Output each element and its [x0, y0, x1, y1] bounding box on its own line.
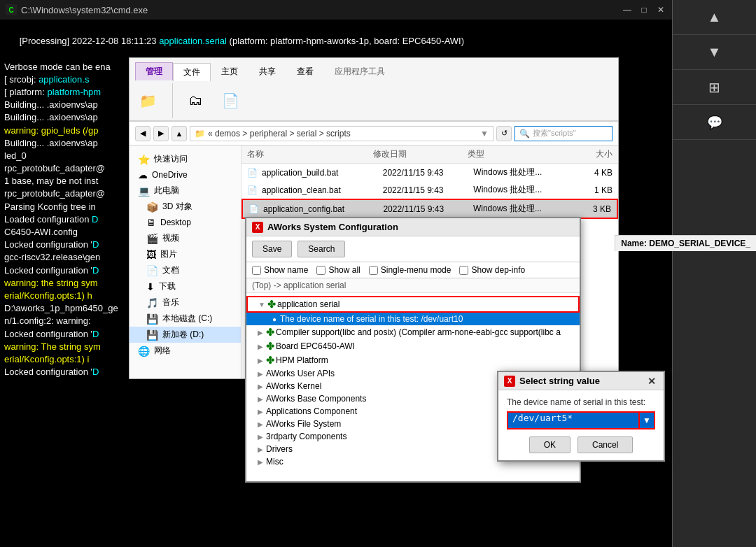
tree-expand-6: ▶ [255, 383, 266, 390]
cloud-icon: ☁ [138, 169, 148, 180]
tab-file[interactable]: 文件 [173, 63, 211, 81]
file-date-2: 2022/11/15 9:43 [383, 185, 474, 195]
cmd-close-btn[interactable]: ✕ [655, 4, 666, 15]
tab-view[interactable]: 查看 [286, 62, 324, 80]
sidebar-onedrive[interactable]: ☁ OneDrive [130, 167, 241, 183]
tree-item-app-serial[interactable]: ▼ ✤ application serial [246, 296, 580, 313]
tree-label-1: The device name of serial in this test: … [280, 314, 463, 324]
toolbar-nav-btn[interactable]: 🗂 [184, 91, 206, 110]
search-button[interactable]: Search [298, 241, 345, 257]
show-name-checkbox[interactable] [252, 266, 261, 275]
window-btn[interactable]: ⊞ [673, 70, 756, 105]
scroll-up-btn[interactable]: ▲ [673, 0, 756, 35]
sidebar-network-label: 网络 [154, 345, 171, 357]
tab-app-tools[interactable]: 应用程序工具 [324, 62, 396, 80]
sidebar-quick-access[interactable]: ⭐ 快速访问 [130, 151, 241, 167]
tree-expand-8: ▶ [255, 408, 266, 415]
sidebar-desktop[interactable]: 🖥 Desktop [130, 215, 241, 230]
sidebar-docs-label: 文档 [162, 264, 179, 276]
tree-label-4: HPM Platform [276, 355, 328, 365]
show-dep-label: Show dep-info [471, 265, 525, 275]
tree-item-device-name[interactable]: ● The device name of serial in this test… [246, 313, 580, 325]
file-name-2: application_clean.bat [262, 185, 383, 195]
sidebar-video[interactable]: 🎬 视频 [130, 230, 241, 246]
toolbar-sep-1 [172, 83, 173, 118]
file-item-config[interactable]: 📄 application_config.bat 2022/11/15 9:43… [241, 199, 618, 219]
ok-button[interactable]: OK [529, 436, 570, 453]
sidebar-c-drive[interactable]: 💾 本地磁盘 (C:) [130, 311, 241, 327]
sidebar-docs[interactable]: 📄 文档 [130, 262, 241, 278]
forward-btn[interactable]: ▶ [153, 126, 169, 141]
bat-icon-1: 📄 [247, 168, 258, 178]
tree-item-board[interactable]: ▶ ✤ Board EPC6450-AWI [246, 339, 580, 353]
sidebar-music-label: 音乐 [162, 297, 179, 308]
save-button[interactable]: Save [252, 241, 292, 257]
select-dialog-input-row: /dev/uart5* ▼ [507, 411, 655, 429]
show-all-checkbox[interactable] [316, 266, 326, 275]
tree-expand-7: ▶ [255, 395, 266, 403]
select-dialog-dropdown-btn[interactable]: ▼ [640, 411, 655, 429]
sidebar-this-pc-label: 此电脑 [154, 185, 179, 197]
show-name-option[interactable]: Show name [252, 265, 308, 275]
new-icon: 📄 [222, 92, 239, 109]
sidebar-pictures[interactable]: 🖼 图片 [130, 246, 241, 262]
file-item-build[interactable]: 📄 application_build.bat 2022/11/15 9:43 … [241, 164, 618, 181]
toolbar-new-btn[interactable]: 📄 [218, 91, 244, 111]
file-type-1: Windows 批处理... [473, 166, 564, 178]
up-btn[interactable]: ▲ [172, 126, 187, 141]
cmd-minimize-btn[interactable]: — [622, 4, 633, 15]
network-icon: 🌐 [138, 346, 150, 357]
tab-manage[interactable]: 管理 [135, 62, 173, 80]
show-dep-option[interactable]: Show dep-info [459, 265, 525, 275]
col-date[interactable]: 修改日期 [373, 148, 468, 160]
show-all-label: Show all [328, 265, 360, 275]
name-panel-text: Name: DEMO_SERIAL_DEVICE_ [621, 239, 750, 248]
search-bar[interactable]: 🔍 搜索"scripts" [514, 126, 612, 141]
sidebar-3d[interactable]: 📦 3D 对象 [130, 199, 241, 215]
address-path[interactable]: 📁 « demos > peripheral > serial > script… [190, 126, 493, 141]
tree-expand-11: ▶ [255, 446, 266, 453]
cancel-button[interactable]: Cancel [578, 436, 633, 453]
aworks-icon: X [252, 222, 263, 233]
chat-btn[interactable]: 💬 [673, 105, 756, 140]
select-dialog-input[interactable]: /dev/uart5* [507, 411, 640, 429]
select-dialog-label: The device name of serial in this test: [507, 397, 655, 407]
cmd-controls[interactable]: — □ ✕ [622, 4, 666, 15]
show-all-option[interactable]: Show all [316, 265, 360, 275]
select-dialog: X Select string value ✕ The device name … [497, 371, 665, 462]
explorer-toolbar: 📁 🗂 📄 [130, 80, 618, 121]
scroll-down-btn[interactable]: ▼ [673, 35, 756, 70]
single-menu-option[interactable]: Single-menu mode [369, 265, 451, 275]
file-type-2: Windows 批处理... [473, 184, 564, 196]
tree-plus-2: ✤ [266, 327, 274, 338]
sidebar-music[interactable]: 🎵 音乐 [130, 294, 241, 311]
sidebar-this-pc[interactable]: 💻 此电脑 [130, 183, 241, 199]
col-size[interactable]: 大小 [562, 148, 612, 160]
cmd-line-0: [Processing] 2022-12-08 18:11:23 applica… [4, 22, 668, 61]
tab-share[interactable]: 共享 [248, 62, 286, 80]
single-menu-checkbox[interactable] [369, 266, 378, 275]
tree-expand-10: ▶ [255, 433, 266, 441]
sidebar-network[interactable]: 🌐 网络 [130, 343, 241, 359]
right-panel: ▲ ▼ ⊞ 💬 [672, 0, 756, 547]
refresh-btn[interactable]: ↺ [496, 126, 512, 141]
file-name-1: application_build.bat [262, 168, 383, 178]
select-dialog-close-btn[interactable]: ✕ [645, 375, 658, 388]
col-type[interactable]: 类型 [468, 148, 562, 160]
docs-icon: 📄 [146, 265, 158, 276]
tree-item-compiler[interactable]: ▶ ✤ Compiler support(libc and posix) (Co… [246, 325, 580, 339]
cmd-maximize-btn[interactable]: □ [638, 4, 650, 15]
tab-home[interactable]: 主页 [211, 62, 248, 80]
sidebar-d-drive[interactable]: 💾 新加卷 (D:) [130, 327, 241, 343]
cube-icon: 📦 [146, 201, 158, 213]
col-name[interactable]: 名称 [247, 148, 373, 160]
back-btn[interactable]: ◀ [135, 126, 150, 141]
star-icon: ⭐ [138, 154, 150, 165]
show-dep-checkbox[interactable] [459, 266, 468, 275]
toolbar-folder-icon-btn[interactable]: 📁 [135, 91, 161, 111]
sidebar-downloads[interactable]: ⬇ 下载 [130, 278, 241, 294]
tree-item-hpm[interactable]: ▶ ✤ HPM Platform [246, 353, 580, 367]
tree-plus-3: ✤ [266, 341, 274, 352]
desktop-icon: 🖥 [146, 217, 156, 228]
file-item-clean[interactable]: 📄 application_clean.bat 2022/11/15 9:43 … [241, 181, 618, 199]
